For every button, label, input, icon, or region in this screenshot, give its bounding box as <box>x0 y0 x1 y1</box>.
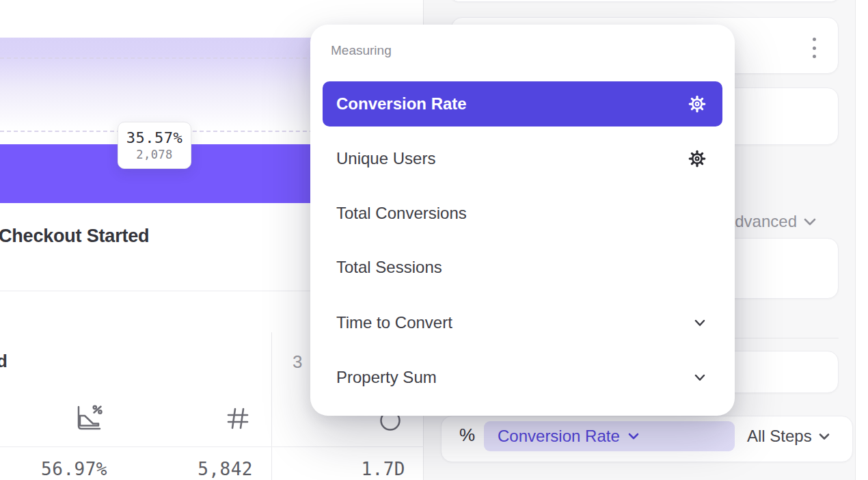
metric-conversion-rate-value: 56.97% <box>18 459 107 479</box>
gear-icon[interactable] <box>687 148 707 169</box>
menu-item-total-sessions[interactable]: Total Sessions <box>323 245 722 290</box>
menu-item-label: Property Sum <box>336 368 437 387</box>
measurement-selector[interactable]: Conversion Rate <box>484 421 735 451</box>
metric-time-value: 1.7D <box>316 459 405 479</box>
funnel-report-screen: 35.57% 2,078 Checkout Started d 3 <box>0 0 868 480</box>
measurement-selector-label: Conversion Rate <box>498 427 620 446</box>
steps-scope-selector[interactable]: All Steps <box>747 427 812 446</box>
chevron-down-icon[interactable] <box>802 215 817 230</box>
kebab-menu-icon[interactable] <box>809 38 819 58</box>
table-header-fragment-left: d <box>0 351 8 372</box>
percent-unit-symbol: % <box>459 425 475 446</box>
chevron-down-icon <box>692 317 707 329</box>
menu-item-label: Conversion Rate <box>336 94 467 114</box>
funnel-tooltip: 35.57% 2,078 <box>118 122 191 169</box>
table-column-divider <box>271 332 272 480</box>
table-row-divider <box>0 446 424 447</box>
menu-item-label: Time to Convert <box>336 313 452 332</box>
chevron-down-icon <box>627 431 640 442</box>
menu-item-unique-users[interactable]: Unique Users <box>323 136 722 181</box>
tooltip-count: 2,078 <box>136 148 173 161</box>
menu-item-label: Total Conversions <box>336 204 467 223</box>
tooltip-conversion-rate: 35.57% <box>126 129 182 146</box>
menu-item-label: Unique Users <box>336 149 435 168</box>
panel-right-edge <box>855 0 856 480</box>
funnel-step-label: Checkout Started <box>0 226 149 247</box>
conversion-rate-icon <box>74 404 104 436</box>
table-header-fragment-right: 3 <box>293 351 302 373</box>
count-icon <box>224 405 252 434</box>
metric-count-value: 5,842 <box>164 459 253 479</box>
menu-item-property-sum[interactable]: Property Sum <box>323 355 722 400</box>
menu-item-label: Total Sessions <box>336 258 442 277</box>
menu-item-time-to-convert[interactable]: Time to Convert <box>323 300 722 345</box>
measuring-dropdown: Measuring Conversion Rate Unique Users <box>310 25 735 416</box>
measuring-dropdown-title: Measuring <box>331 43 392 58</box>
gear-icon[interactable] <box>687 94 707 114</box>
chevron-down-icon[interactable] <box>817 431 831 445</box>
builder-card-top <box>451 0 839 2</box>
menu-item-conversion-rate[interactable]: Conversion Rate <box>323 81 722 126</box>
chevron-down-icon <box>692 371 707 384</box>
menu-item-total-conversions[interactable]: Total Conversions <box>323 191 722 236</box>
